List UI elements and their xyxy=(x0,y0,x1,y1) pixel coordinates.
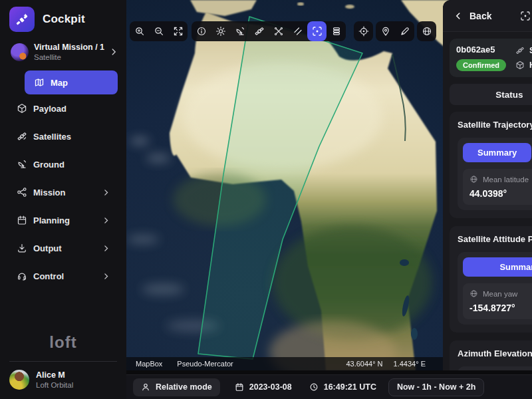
person-icon xyxy=(141,382,150,392)
payload-box-icon xyxy=(515,61,525,70)
mission-avatar xyxy=(11,43,29,61)
sidebar-item-label: Map xyxy=(51,78,68,88)
measure-button[interactable] xyxy=(288,21,307,41)
constellation-layer-button[interactable] xyxy=(269,21,288,41)
metric-value: -154.8727° xyxy=(469,303,532,313)
sun-terminator-button[interactable] xyxy=(211,21,230,41)
date-value: 2023-03-08 xyxy=(249,382,292,392)
target-id: 0b062ae5 xyxy=(456,45,506,55)
user-name: Alice M xyxy=(36,370,73,380)
date-display[interactable]: 2023-03-08 xyxy=(232,378,295,396)
brand: Cockpit xyxy=(0,0,126,32)
panel-header: Back xyxy=(443,0,532,32)
download-icon xyxy=(17,243,27,253)
mission-title: Virtual Mission / 1 xyxy=(34,43,104,52)
chevron-right-icon xyxy=(109,47,118,57)
globe-icon xyxy=(469,175,478,184)
section-title: Satellite Trajectory Profile xyxy=(458,120,532,130)
app-logo-icon xyxy=(9,7,35,32)
sidebar-item-output[interactable]: Output xyxy=(0,234,126,262)
sidebar-item-label: Satellites xyxy=(33,132,71,142)
focus-target-button[interactable] xyxy=(307,21,327,41)
focus-expand-icon[interactable] xyxy=(520,11,531,21)
mode-label: Relative mode xyxy=(156,382,212,392)
time-value: 16:49:21 UTC xyxy=(324,382,376,392)
info-button[interactable] xyxy=(192,21,211,41)
cursor-longitude: 1.4434° E xyxy=(394,360,426,368)
toolbar-projection-group xyxy=(417,21,436,41)
toolbar-layers-group xyxy=(192,21,346,41)
locate-button[interactable] xyxy=(354,21,373,41)
satellites-icon xyxy=(17,131,27,142)
target-summary-card[interactable]: 0b062ae5 Confirmed Satellite Hype xyxy=(450,39,532,77)
map-icon xyxy=(34,77,45,88)
sidebar-item-label: Ground xyxy=(33,160,65,170)
time-range-label: Now - 1h - Now + 2h xyxy=(397,382,475,392)
fit-view-button[interactable] xyxy=(168,21,188,41)
sidebar-item-label: Control xyxy=(33,271,64,281)
attitude-tabs: Summary xyxy=(463,257,532,277)
chevron-right-icon xyxy=(102,188,110,197)
metric-label: Mean latitude xyxy=(483,176,529,184)
sidebar-item-planning[interactable]: Planning xyxy=(0,206,126,234)
draw-pen-button[interactable] xyxy=(395,21,414,41)
globe-projection-button[interactable] xyxy=(417,21,436,41)
target-type: Satellite xyxy=(529,46,532,55)
back-button[interactable]: Back xyxy=(469,11,491,21)
share-nodes-icon xyxy=(17,187,27,198)
section-title: Azimuth Elevation Range xyxy=(458,348,532,358)
avatar xyxy=(9,370,29,390)
time-control-bar: Relative mode 2023-03-08 16:49:21 UTC No… xyxy=(126,374,532,399)
section-azimuth-elevation: Azimuth Elevation Range Summary Peak ele… xyxy=(450,340,532,370)
cursor-latitude: 43.6044° N xyxy=(346,360,382,368)
time-range-button[interactable]: Now - 1h - Now + 2h xyxy=(388,378,484,396)
section-title: Satellite Attitude Profile xyxy=(458,234,532,244)
calendar-icon xyxy=(17,215,27,225)
sidebar-item-label: Output xyxy=(33,243,62,253)
map-attribution-bar: MapBox Pseudo-Mercator 43.6044° N 1.4434… xyxy=(126,357,443,370)
trajectory-tabs: Summary Latest xyxy=(463,143,532,162)
satellite-layer-button[interactable] xyxy=(249,21,269,41)
toolbar-annotate-group xyxy=(376,21,414,41)
zoom-in-button[interactable] xyxy=(130,21,149,41)
section-trajectory-profile: Satellite Trajectory Profile Summary Lat… xyxy=(450,112,532,218)
metric-mean-latitude: Mean latitude 44.0398° xyxy=(463,169,532,205)
user-org: Loft Orbital xyxy=(36,381,73,389)
pin-button[interactable] xyxy=(376,21,395,41)
map-provider[interactable]: MapBox xyxy=(136,360,162,368)
ground-station-layer-button[interactable] xyxy=(230,21,249,41)
tab-summary[interactable]: Summary xyxy=(463,257,532,277)
section-attitude-profile: Satellite Attitude Profile Summary Mean … xyxy=(450,226,532,332)
relative-mode-button[interactable]: Relative mode xyxy=(133,378,220,396)
sidebar-item-satellites[interactable]: Satellites xyxy=(0,122,126,150)
sidebar-item-mission[interactable]: Mission xyxy=(0,178,126,206)
zoom-out-button[interactable] xyxy=(149,21,168,41)
sidebar-item-ground[interactable]: Ground xyxy=(0,150,126,178)
status-section-toggle[interactable]: Status xyxy=(450,84,532,105)
map-projection[interactable]: Pseudo-Mercator xyxy=(177,360,233,368)
sidebar-item-payload[interactable]: Payload xyxy=(0,94,126,122)
sidebar-item-label: Planning xyxy=(33,215,70,225)
tab-summary[interactable]: Summary xyxy=(463,143,531,162)
target-payload: Hyperspectral xyxy=(529,61,532,70)
user-account[interactable]: Alice M Loft Orbital xyxy=(0,362,126,399)
toolbar-zoom-group xyxy=(130,21,188,41)
chevron-right-icon xyxy=(102,272,110,281)
mission-switcher[interactable]: Virtual Mission / 1 Satellite xyxy=(0,32,126,61)
sidebar-item-label: Payload xyxy=(33,104,66,114)
sidebar-item-control[interactable]: Control xyxy=(0,262,126,290)
ground-station-icon xyxy=(17,159,27,170)
metric-mean-yaw: Mean yaw -154.8727° xyxy=(463,283,532,319)
sidebar-nav: Map Payload Satellites Ground xyxy=(0,70,126,290)
payload-icon xyxy=(17,103,27,114)
sidebar-item-label: Mission xyxy=(33,188,65,198)
status-badge: Confirmed xyxy=(456,59,506,71)
time-display[interactable]: 16:49:21 UTC xyxy=(307,378,379,396)
mission-subtitle: Satellite xyxy=(34,53,104,61)
layers-stack-button[interactable] xyxy=(327,21,346,41)
chevron-right-icon xyxy=(102,244,110,253)
headset-icon xyxy=(17,271,27,281)
toolbar-locate-group xyxy=(354,21,373,41)
chevron-left-icon xyxy=(454,11,463,21)
sidebar-item-map[interactable]: Map xyxy=(25,70,118,94)
